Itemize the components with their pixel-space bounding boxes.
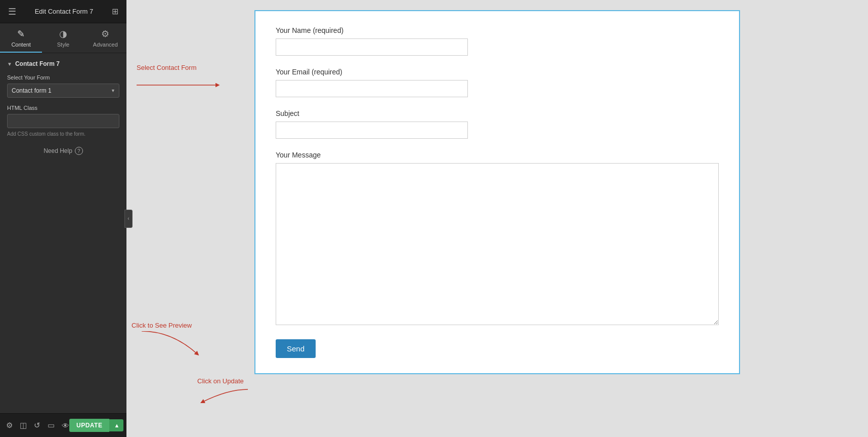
- sidebar: ☰ Edit Contact Form 7 ⊞ ✎ Content ◑ Styl…: [0, 0, 126, 437]
- responsive-icon[interactable]: ▭: [48, 421, 55, 430]
- message-label: Your Message: [276, 151, 719, 159]
- menu-icon[interactable]: ☰: [8, 6, 16, 17]
- annotation-arrow-update: [197, 387, 258, 407]
- annotation-arrow-select: [137, 75, 228, 95]
- send-button[interactable]: Send: [276, 339, 316, 358]
- section-chevron: ▼: [7, 61, 12, 67]
- email-label: Your Email (required): [276, 68, 719, 76]
- sidebar-bottom: ⚙ ◫ ↺ ▭ 👁 UPDATE ▲: [0, 413, 126, 437]
- pencil-icon: ✎: [17, 28, 25, 39]
- tab-style-label: Style: [57, 42, 69, 48]
- gear-icon: ⚙: [101, 28, 109, 39]
- name-field: Your Name (required): [276, 26, 719, 56]
- collapse-toggle[interactable]: ‹: [124, 210, 133, 228]
- help-circle-icon: ?: [75, 147, 83, 155]
- tab-content[interactable]: ✎ Content: [0, 23, 42, 53]
- html-class-label: HTML Class: [7, 105, 119, 111]
- sidebar-panel: ▼ Contact Form 7 Select Your Form Contac…: [0, 53, 126, 413]
- annotation-select-form: Select Contact Form: [137, 64, 197, 71]
- select-form-dropdown[interactable]: Contact form 1 Contact form 2: [7, 84, 119, 98]
- tab-advanced-label: Advanced: [93, 42, 118, 48]
- email-field: Your Email (required): [276, 68, 719, 97]
- tab-style[interactable]: ◑ Style: [42, 23, 84, 53]
- html-class-hint: Add CSS custom class to the form.: [7, 131, 119, 137]
- subject-label: Subject: [276, 109, 719, 117]
- section-title-text: Contact Form 7: [15, 60, 60, 67]
- layers-icon[interactable]: ◫: [20, 421, 27, 430]
- update-btn-arrow[interactable]: ▲: [109, 419, 123, 431]
- select-form-wrapper: Contact form 1 Contact form 2: [7, 84, 119, 98]
- style-icon: ◑: [59, 28, 67, 39]
- html-class-input[interactable]: [7, 114, 119, 128]
- sidebar-header-title: Edit Contact Form 7: [16, 8, 112, 15]
- annotation-update: Click on Update: [197, 377, 258, 385]
- message-textarea[interactable]: [276, 163, 719, 325]
- section-title: ▼ Contact Form 7: [7, 60, 119, 67]
- preview-icon[interactable]: 👁: [62, 421, 69, 430]
- select-form-label: Select Your Form: [7, 74, 119, 81]
- tab-content-label: Content: [11, 42, 31, 48]
- sidebar-tabs: ✎ Content ◑ Style ⚙ Advanced: [0, 23, 126, 53]
- grid-icon[interactable]: ⊞: [112, 7, 118, 16]
- history-icon[interactable]: ↺: [34, 421, 40, 430]
- email-input[interactable]: [276, 80, 468, 97]
- message-field: Your Message: [276, 151, 719, 327]
- name-label: Your Name (required): [276, 26, 719, 34]
- need-help-label: Need Help: [44, 147, 72, 154]
- main-content: Select Contact Form Click to See Preview…: [126, 0, 868, 437]
- sidebar-header: ☰ Edit Contact Form 7 ⊞: [0, 0, 126, 23]
- subject-input[interactable]: [276, 122, 468, 139]
- annotation-arrow-preview: [132, 331, 212, 356]
- annotation-preview: Click to See Preview: [132, 322, 212, 329]
- bottom-icons: ⚙ ◫ ↺ ▭ 👁: [6, 421, 69, 430]
- update-button[interactable]: UPDATE: [69, 419, 109, 432]
- tab-advanced[interactable]: ⚙ Advanced: [84, 23, 126, 53]
- need-help[interactable]: Need Help ?: [7, 147, 119, 155]
- settings-bottom-icon[interactable]: ⚙: [6, 421, 13, 430]
- name-input[interactable]: [276, 38, 468, 56]
- canvas-area: Your Name (required) Your Email (require…: [254, 10, 740, 374]
- update-btn-group: UPDATE ▲: [69, 419, 123, 432]
- subject-field: Subject: [276, 109, 719, 139]
